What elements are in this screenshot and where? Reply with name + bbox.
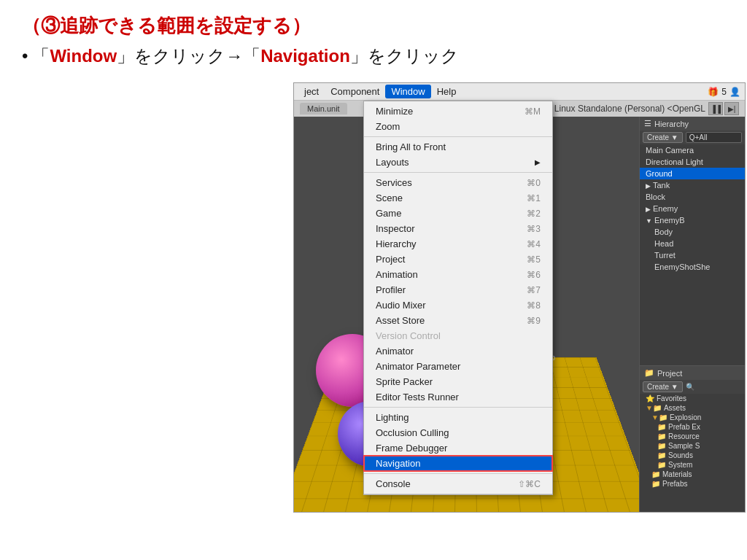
project-item-explosion[interactable]: ▼📁 Explosion (640, 413, 745, 422)
project-item-materials[interactable]: 📁 Materials (640, 470, 745, 479)
menu-item-frame-debugger[interactable]: Frame Debugger (364, 440, 552, 456)
screenshot-container: ject Component Window Help 🎁 5 👤 Main.un… (293, 82, 746, 513)
menu-item-occlusion[interactable]: Occlusion Culling (364, 425, 552, 440)
hierarchy-panel: ☰ Hierarchy Create ▼ Main Camera Directi… (640, 117, 745, 366)
menu-item-game[interactable]: Game ⌘2 (364, 206, 552, 221)
project-panel: 📁 Project Create ▼ 🔍 ⭐ Favorites ▼📁 Asse… (640, 366, 745, 512)
menu-item-hierarchy[interactable]: Hierarchy ⌘4 (364, 236, 552, 252)
samples-icon: 📁 (657, 442, 666, 450)
asset-store-shortcut: ⌘9 (527, 316, 541, 326)
hierarchy-item-head[interactable]: Head (640, 238, 745, 249)
menu-project[interactable]: ject (298, 85, 325, 98)
project-search-icon[interactable]: 🔍 (686, 383, 694, 391)
editor-tests-label: Editor Tests Runner (376, 392, 541, 402)
menu-item-minimize[interactable]: Minimize ⌘M (364, 104, 552, 119)
menu-item-bring-all[interactable]: Bring All to Front (364, 139, 552, 155)
game-label: Game (376, 208, 512, 219)
hierarchy-item-turret[interactable]: Turret (640, 249, 745, 261)
hierarchy-item-body[interactable]: Body (640, 226, 745, 238)
window-dropdown-menu[interactable]: Minimize ⌘M Zoom Bring All to Front Layo… (363, 101, 553, 495)
menu-item-scene[interactable]: Scene ⌘1 (364, 190, 552, 206)
menu-item-inspector[interactable]: Inspector ⌘3 (364, 221, 552, 236)
frame-debugger-label: Frame Debugger (376, 443, 541, 454)
samples-label: Sample S (668, 442, 700, 450)
menu-section-console: Console ⇧⌘C (364, 474, 552, 494)
menu-item-profiler[interactable]: Profiler ⌘7 (364, 282, 552, 298)
hierarchy-create-button[interactable]: Create ▼ (643, 132, 683, 143)
assets-icon: ▼📁 (646, 404, 662, 412)
project-item-favorites[interactable]: ⭐ Favorites (640, 394, 745, 403)
menu-item-sprite-packer[interactable]: Sprite Packer (364, 374, 552, 389)
hierarchy-item-enemyshotshe[interactable]: EnemyShotShe (640, 261, 745, 273)
hierarchy-item-block[interactable]: Block (640, 191, 745, 203)
tab-main-unity[interactable]: Main.unit (300, 103, 347, 114)
menu-section-window-controls: Minimize ⌘M Zoom (364, 101, 552, 137)
instruction-area: （③追跡できる範囲を設定する） • 「Window」をクリック→「Navigat… (0, 0, 747, 75)
hierarchy-item-ground[interactable]: Ground (640, 168, 745, 179)
project-label: Project (376, 254, 512, 265)
project-create-button[interactable]: Create ▼ (643, 381, 683, 392)
menu-item-navigation[interactable]: Navigation (364, 456, 552, 471)
menu-item-animator-parameter[interactable]: Animator Parameter (364, 359, 552, 374)
menu-item-audio-mixer[interactable]: Audio Mixer ⌘8 (364, 298, 552, 313)
step-button[interactable]: ▶| (724, 102, 739, 115)
menu-help[interactable]: Help (431, 85, 462, 98)
menu-item-version-control: Version Control (364, 328, 552, 343)
menu-item-zoom[interactable]: Zoom (364, 119, 552, 134)
project-item-sounds[interactable]: 📁 Sounds (640, 451, 745, 460)
animation-shortcut: ⌘6 (527, 270, 541, 280)
project-item-prefabex[interactable]: 📁 Prefab Ex (640, 422, 745, 432)
hierarchy-search[interactable] (686, 132, 742, 143)
project-item-assets[interactable]: ▼📁 Assets (640, 403, 745, 413)
hierarchy-list: Main Camera Directional Light Ground ▶Ta… (640, 144, 745, 273)
menu-item-console[interactable]: Console ⇧⌘C (364, 476, 552, 491)
explosion-label: Explosion (670, 413, 701, 421)
prefabs-label: Prefabs (662, 480, 687, 488)
hierarchy-item-main-camera[interactable]: Main Camera (640, 144, 745, 156)
console-label: Console (376, 478, 503, 489)
navigation-keyword: Navigation (260, 46, 350, 66)
version-control-label: Version Control (376, 330, 541, 341)
menu-item-services[interactable]: Services ⌘0 (364, 175, 552, 190)
menu-item-layouts[interactable]: Layouts ▶ (364, 155, 552, 170)
project-header: 📁 Project (640, 366, 745, 380)
hierarchy-title: Hierarchy (654, 120, 689, 128)
favorites-label: Favorites (657, 394, 686, 402)
lighting-label: Lighting (376, 412, 541, 423)
project-item-prefabs[interactable]: 📁 Prefabs (640, 479, 745, 489)
pause-button[interactable]: ▐▐ (708, 102, 723, 115)
hierarchy-toolbar: Create ▼ (640, 131, 745, 144)
prefabs-icon: 📁 (651, 480, 660, 488)
menu-component[interactable]: Component (325, 85, 385, 98)
menu-item-animator[interactable]: Animator (364, 343, 552, 359)
hierarchy-item-directional-light[interactable]: Directional Light (640, 156, 745, 168)
layouts-arrow: ▶ (535, 158, 541, 166)
project-item-samples[interactable]: 📁 Sample S (640, 441, 745, 451)
project-item-system[interactable]: 📁 System (640, 460, 745, 470)
menu-section-extra: Lighting Occlusion Culling Frame Debugge… (364, 408, 552, 474)
menu-item-project[interactable]: Project ⌘5 (364, 252, 552, 267)
project-shortcut: ⌘5 (527, 254, 541, 265)
hierarchy-item-enemy[interactable]: ▶Enemy (640, 203, 745, 214)
instruction-bullet: • 「Window」をクリック→「Navigation」をクリック (22, 44, 725, 68)
menu-item-asset-store[interactable]: Asset Store ⌘9 (364, 313, 552, 328)
toolbar-right: 🎁 5 👤 (708, 87, 740, 97)
hierarchy-label: Hierarchy (376, 238, 512, 249)
inspector-shortcut: ⌘3 (527, 224, 541, 234)
hierarchy-item-enemyb[interactable]: ▼EnemyB (640, 214, 745, 226)
platform-text: & Linux Standalone (Personal) <OpenGL (546, 104, 705, 114)
project-item-resource[interactable]: 📁 Resource (640, 432, 745, 441)
menu-item-editor-tests[interactable]: Editor Tests Runner (364, 389, 552, 405)
system-icon: 📁 (657, 461, 666, 469)
hierarchy-shortcut: ⌘4 (527, 239, 541, 249)
materials-icon: 📁 (651, 470, 660, 478)
right-panel: ☰ Hierarchy Create ▼ Main Camera Directi… (639, 117, 745, 512)
menu-section-main: Services ⌘0 Scene ⌘1 Game ⌘2 Inspector ⌘… (364, 173, 552, 408)
hierarchy-item-tank[interactable]: ▶Tank (640, 179, 745, 191)
resource-label: Resource (668, 432, 700, 440)
menu-window[interactable]: Window (385, 85, 430, 98)
menu-item-animation[interactable]: Animation ⌘6 (364, 267, 552, 282)
menu-item-lighting[interactable]: Lighting (364, 410, 552, 425)
animation-label: Animation (376, 269, 512, 280)
prefabex-icon: 📁 (657, 423, 666, 431)
